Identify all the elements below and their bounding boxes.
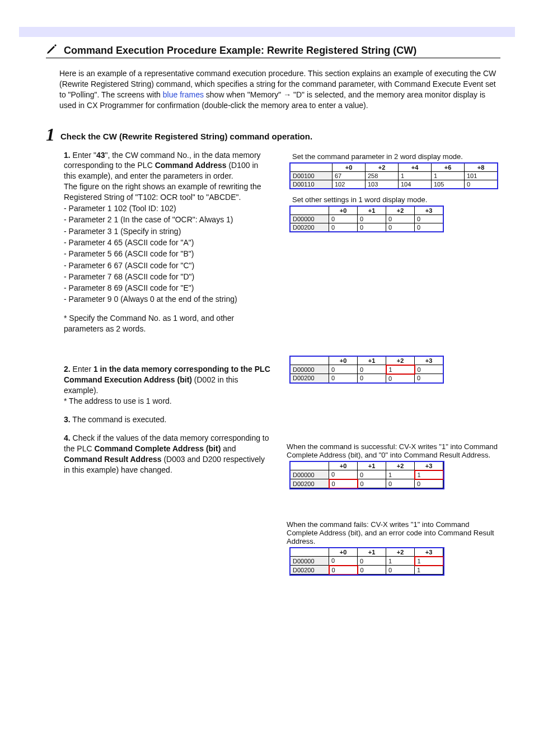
memory-cell: 0 [415, 374, 443, 383]
memory-row-label: D00100 [291, 171, 332, 180]
memory-cell: 0 [386, 479, 415, 488]
memory-col-header: +0 [329, 548, 358, 557]
memory-cell: 0 [386, 214, 415, 223]
right-column: Set the command parameter in 2 word disp… [284, 150, 500, 582]
memory-table-5: +0+1+2+3D000000011D002000001 [284, 548, 500, 575]
memory-cell: 0 [465, 180, 498, 188]
memory-col-header [291, 356, 329, 365]
parameter-line: - Parameter 2 1 (In the case of "OCR": A… [64, 214, 271, 225]
memory-cell: 0 [329, 470, 358, 479]
memory-col-header: +2 [386, 548, 415, 557]
memory-col-header [291, 548, 329, 557]
substep-4-text-d: and [221, 444, 236, 453]
memory-cell: 1 [415, 557, 443, 566]
parameter-line: - Parameter 6 67 (ASCII code for "C") [64, 260, 271, 271]
memory-cell: 0 [329, 479, 358, 488]
parameter-line: - Parameter 9 0 (Always 0 at the end of … [64, 293, 271, 305]
memory-col-header: +3 [415, 548, 443, 557]
memory-row-label: D00200 [291, 223, 329, 231]
memory-col-header: +4 [399, 163, 432, 171]
step-heading: 1 Check the CW (Rewrite Registered Strin… [46, 125, 500, 143]
substep-1: 1. Enter "43", the CW command No., in th… [64, 150, 271, 305]
memory-col-header: +6 [432, 163, 465, 171]
memory-cell: 1 [415, 470, 443, 479]
parameter-line: - Parameter 5 66 (ASCII code for "B") [64, 248, 271, 259]
memory-cell: 0 [358, 223, 386, 231]
memory-col-header: +2 [366, 163, 399, 171]
memory-table-2: +0+1+2+3D000000000D002000000 [284, 206, 500, 232]
memory-col-header: +2 [386, 356, 415, 365]
memory-cell: 0 [358, 479, 386, 488]
memory-cell: 0 [386, 566, 415, 575]
memory-cell: 67 [332, 171, 366, 180]
memory-row-label: D00000 [291, 214, 329, 223]
memory-row-label: D00000 [291, 470, 329, 479]
page-heading: Command Execution Procedure Example: Rew… [64, 45, 416, 57]
substep-1-text-g: The figure on the right shows an example… [64, 182, 261, 202]
memory-cell: 0 [415, 223, 443, 231]
memory-col-header [291, 206, 329, 214]
memory-cell: 0 [415, 479, 443, 488]
memory-row-label: D00200 [291, 566, 329, 575]
memory-cell: 104 [399, 180, 432, 188]
memory-cell: 1 [386, 470, 415, 479]
memory-cell: 0 [358, 470, 386, 479]
memory-col-header: +3 [415, 356, 443, 365]
memory-cell: 1 [432, 171, 465, 180]
blue-frames-text: blue frames [163, 90, 204, 99]
substep-3: 3. The command is executed. [64, 414, 271, 425]
memory-cell: 102 [332, 180, 366, 188]
memory-col-header: +2 [386, 461, 415, 470]
parameter-list: - Parameter 1 102 (Tool ID: 102)- Parame… [64, 203, 271, 305]
memory-col-header: +1 [358, 548, 386, 557]
substep-4-complete: Command Complete Address (bit) [94, 444, 221, 453]
memory-cell: 0 [329, 557, 358, 566]
memory-col-header [291, 461, 329, 470]
memory-cell: 0 [386, 374, 415, 383]
parameter-line: - Parameter 7 68 (ASCII code for "D") [64, 271, 271, 282]
memory-row-label: D00110 [291, 180, 332, 188]
substep-3-num: 3. [64, 415, 71, 424]
parameter-line: - Parameter 4 65 (ASCII code for "A") [64, 237, 271, 248]
memory-cell: 1 [399, 171, 432, 180]
memory-row-label: D00200 [291, 374, 329, 383]
memory-cell: 105 [432, 180, 465, 188]
memory-col-header: +3 [415, 206, 443, 214]
substep-3-text: The command is executed. [71, 415, 167, 424]
memory-cell: 0 [329, 365, 358, 374]
memory-row-label: D00000 [291, 557, 329, 566]
two-column-layout: 1. Enter "43", the CW command No., in th… [46, 150, 500, 582]
memory-col-header: +1 [358, 461, 386, 470]
page-content: Command Execution Procedure Example: Rew… [0, 37, 534, 615]
step-number: 1 [46, 125, 55, 143]
memory-row-label: D00000 [291, 365, 329, 374]
memory-cell: 0 [415, 365, 443, 374]
memory-col-header: +8 [465, 163, 498, 171]
memory-col-header: +0 [329, 461, 358, 470]
caption-5: When the command fails: CV-X writes "1" … [287, 520, 500, 545]
memory-cell: 0 [329, 214, 358, 223]
memory-col-header: +3 [415, 461, 443, 470]
intro-paragraph: Here is an example of a representative c… [59, 68, 500, 111]
substep-2: 2. Enter 1 in the data memory correspond… [64, 364, 271, 407]
memory-cell: 0 [329, 566, 358, 575]
write-icon [46, 43, 58, 55]
caption-2: Set other settings in 1 word display mod… [292, 195, 500, 204]
step-title: Check the CW (Rewrite Registered String)… [60, 132, 312, 141]
memory-cell: 1 [386, 365, 415, 374]
memory-table-4: +0+1+2+3D000000011D002000000 [284, 461, 500, 489]
memory-cell: 0 [358, 566, 386, 575]
memory-cell: 1 [415, 566, 443, 575]
substep-2-text-b: Enter [71, 365, 93, 374]
substep-1-num: 1. [64, 151, 71, 160]
left-column: 1. Enter "43", the CW command No., in th… [64, 150, 271, 582]
memory-col-header: +1 [358, 206, 386, 214]
parameter-line: - Parameter 3 1 (Specify in string) [64, 226, 271, 237]
memory-col-header: +1 [358, 356, 386, 365]
substep-4-result: Command Result Address [64, 455, 162, 464]
memory-cell: 1 [386, 557, 415, 566]
memory-cell: 0 [329, 223, 358, 231]
memory-col-header: +2 [386, 206, 415, 214]
caption-1: Set the command parameter in 2 word disp… [292, 152, 500, 161]
substep-2-bold: 1 in the data memory corresponding to th… [64, 365, 270, 384]
